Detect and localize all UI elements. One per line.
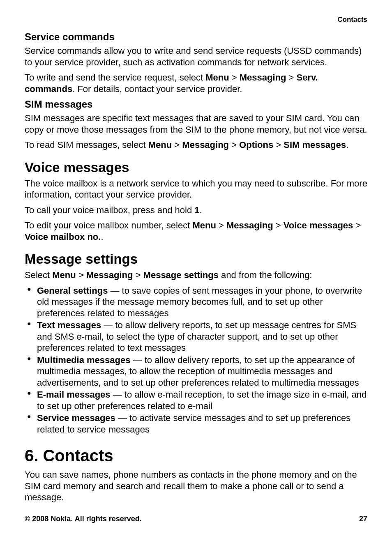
menu-path-item: Messaging — [240, 72, 286, 83]
separator: > — [273, 220, 284, 230]
list-item: Multimedia messages — to allow delivery … — [25, 354, 367, 389]
separator: > — [353, 220, 361, 230]
menu-path-item: Messaging — [182, 140, 229, 150]
option-label: E-mail messages — [37, 389, 111, 400]
option-label: Multimedia messages — [37, 355, 130, 365]
option-label: Text messages — [37, 320, 101, 330]
separator: > — [229, 72, 240, 83]
text: . For details, contact your service prov… — [72, 84, 242, 94]
menu-path-item: Messaging — [86, 270, 133, 280]
list-item: Text messages — to allow delivery report… — [25, 320, 367, 354]
voice-messages-p3: To edit your voice mailbox number, selec… — [25, 220, 367, 242]
voice-messages-heading: Voice messages — [25, 160, 367, 175]
voice-messages-p2: To call your voice mailbox, press and ho… — [25, 205, 367, 216]
contacts-p1: You can save names, phone numbers as con… — [25, 469, 367, 503]
menu-path-item: SIM messages — [284, 140, 346, 150]
separator: > — [76, 270, 86, 280]
service-commands-p1: Service commands allow you to write and … — [25, 45, 367, 68]
copyright-text: © 2008 Nokia. All rights reserved. — [25, 515, 142, 523]
menu-path-item: Menu — [192, 220, 216, 230]
separator: > — [133, 270, 143, 280]
menu-path-item: Voice mailbox no. — [25, 232, 101, 242]
key-label: 1 — [194, 205, 199, 215]
contacts-chapter-heading: 6. Contacts — [25, 446, 367, 465]
page-footer: © 2008 Nokia. All rights reserved. 27 — [25, 515, 367, 523]
message-settings-heading: Message settings — [25, 251, 367, 267]
separator: > — [216, 220, 226, 230]
sim-messages-p2: To read SIM messages, select Menu > Mess… — [25, 139, 367, 151]
text: To call your voice mailbox, press and ho… — [25, 205, 194, 215]
separator: > — [273, 140, 284, 150]
menu-path-item: Messaging — [226, 220, 273, 230]
text: . — [101, 232, 103, 242]
separator: > — [286, 72, 296, 83]
voice-messages-p1: The voice mailbox is a network service t… — [25, 178, 367, 200]
menu-path-item: Menu — [52, 270, 76, 280]
text: and from the following: — [219, 270, 312, 280]
header-section-label: Contacts — [25, 16, 367, 24]
sim-messages-heading: SIM messages — [25, 99, 367, 110]
list-item: Service messages — to activate service m… — [25, 412, 367, 435]
message-settings-list: General settings — to save copies of sen… — [25, 285, 367, 435]
text: To read SIM messages, select — [25, 140, 148, 150]
text: To write and send the service request, s… — [25, 72, 205, 83]
menu-path-item: Voice messages — [284, 220, 353, 230]
menu-path-item: Options — [239, 140, 273, 150]
list-item: E-mail messages — to allow e-mail recept… — [25, 389, 367, 412]
option-label: General settings — [37, 285, 108, 296]
menu-path-item: Menu — [205, 72, 229, 83]
text: To edit your voice mailbox number, selec… — [25, 220, 192, 230]
text: . — [200, 205, 202, 215]
list-item: General settings — to save copies of sen… — [25, 285, 367, 319]
service-commands-p2: To write and send the service request, s… — [25, 72, 367, 94]
option-label: Service messages — [37, 413, 115, 423]
menu-path-item: Message settings — [143, 270, 219, 280]
text: . — [346, 140, 348, 150]
message-settings-p1: Select Menu > Messaging > Message settin… — [25, 269, 367, 281]
text: Select — [25, 270, 52, 280]
page-number: 27 — [359, 515, 367, 523]
service-commands-heading: Service commands — [25, 31, 367, 43]
separator: > — [229, 140, 239, 150]
sim-messages-p1: SIM messages are specific text messages … — [25, 113, 367, 135]
separator: > — [172, 140, 182, 150]
menu-path-item: Menu — [148, 140, 172, 150]
